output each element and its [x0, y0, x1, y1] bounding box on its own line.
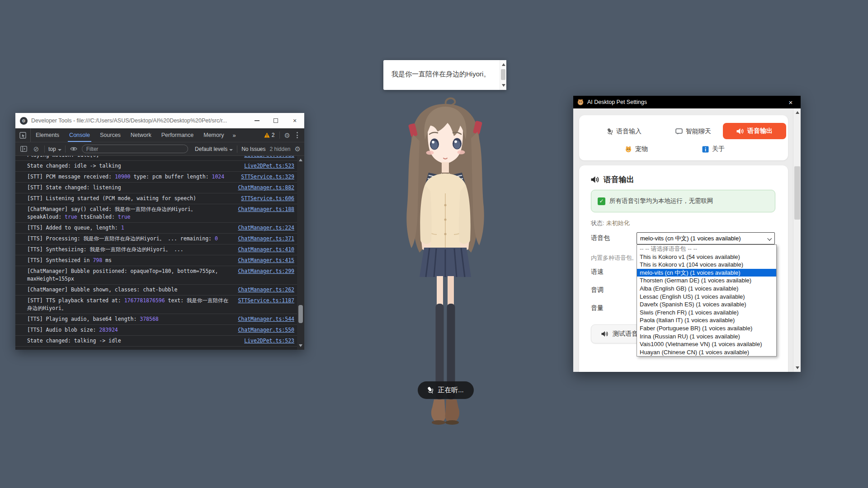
voice-pack-option[interactable]: Davefx (Spanish ES) (1 voices available)	[637, 300, 776, 309]
voice-pack-option[interactable]: Irina (Russian RU) (1 voices available)	[637, 333, 776, 341]
filter-input[interactable]	[82, 145, 188, 153]
more-tabs-icon[interactable]: »	[229, 128, 239, 142]
console-sidebar-toggle-icon[interactable]	[19, 146, 28, 152]
error-warning-badge[interactable]: 2	[264, 132, 275, 138]
source-location-link[interactable]: Live2DPet.ts:988	[244, 156, 294, 159]
scroll-up-icon[interactable]	[299, 159, 302, 161]
devtools-icon: ⚙	[20, 117, 28, 125]
source-location-link[interactable]: STTService.ts:606	[241, 195, 294, 202]
console-log-row: [STT] TTS playback started at: 176778187…	[15, 296, 297, 314]
context-selector[interactable]: top	[48, 146, 61, 152]
tab-about[interactable]: 关于	[702, 145, 725, 153]
console-log-row: [TTS] Synthesizing: 我是你一直陪伴在身边的Hiyori。 .…	[15, 244, 297, 255]
scrollbar-thumb[interactable]	[298, 305, 303, 323]
chat-bubble-text: 我是你一直陪伴在身边的Hiyori。	[383, 60, 500, 90]
scrollbar-thumb[interactable]	[501, 69, 505, 80]
source-location-link[interactable]: Live2DPet.ts:523	[244, 337, 294, 345]
devtools-menu-icon[interactable]	[295, 132, 300, 138]
voice-pack-option[interactable]: Thorsten (German DE) (1 voices available…	[637, 277, 776, 285]
console-prompt[interactable]: >	[15, 347, 297, 350]
chat-bubble-scrollbar[interactable]	[500, 60, 506, 90]
inspect-element-icon[interactable]	[15, 128, 31, 142]
voice-pack-option[interactable]: Vais1000 (Vietnamese VN) (1 voices avail…	[637, 340, 776, 348]
local-engine-notice: ✓ 所有语音引擎均为本地运行，无需联网	[591, 190, 775, 212]
engine-status: 状态:未初始化	[591, 219, 630, 227]
voice-output-panel: 语音输出 ✓ 所有语音引擎均为本地运行，无需联网 状态:未初始化 语音包 内置多…	[579, 165, 788, 372]
speaker-icon	[736, 128, 744, 135]
devtools-tab-sources[interactable]: Sources	[95, 128, 126, 142]
source-location-link[interactable]: ChatManager.ts:410	[238, 246, 294, 253]
scrollbar-thumb[interactable]	[794, 166, 800, 220]
log-levels-selector[interactable]: Default levels	[195, 146, 233, 152]
scroll-down-icon[interactable]	[299, 344, 302, 347]
live2d-character[interactable]	[398, 96, 493, 427]
devtools-window: ⚙ Developer Tools - file:///C:/Users/ASU…	[15, 113, 304, 350]
devtools-title: Developer Tools - file:///C:/Users/ASUS/…	[31, 117, 247, 124]
voice-pack-dropdown: -- -- 请选择语音包 -- --This is Kokoro v1 (54 …	[637, 244, 777, 357]
console-log-list: Playing motion: idle[0]Live2DPet.ts:988S…	[15, 156, 297, 350]
close-button[interactable]: ×	[285, 113, 304, 128]
devtools-tab-network[interactable]: Network	[126, 128, 156, 142]
issues-status[interactable]: No Issues	[241, 146, 265, 152]
voice-pack-option[interactable]: Huayan (Chinese CN) (1 voices available)	[637, 348, 776, 357]
console-scrollbar[interactable]	[297, 156, 304, 350]
pet-icon	[625, 145, 632, 153]
console-log-row: [TTS] Playing audio, base64 length: 3785…	[15, 314, 297, 325]
devtools-tab-performance[interactable]: Performance	[156, 128, 199, 142]
tab-label: 智能聊天	[686, 127, 711, 136]
voice-pack-option[interactable]: This is Kokoro v1 (54 voices available)	[637, 253, 776, 261]
source-location-link[interactable]: STTService.ts:329	[241, 173, 294, 181]
console-log-row: [TTS] Added to queue, length: 1ChatManag…	[15, 223, 297, 234]
source-location-link[interactable]: ChatManager.ts:299	[238, 267, 294, 283]
voice-pack-option[interactable]: Lessac (English US) (1 voices available)	[637, 293, 776, 301]
tab-pet[interactable]: 宠物	[625, 145, 648, 153]
tab-voice-output[interactable]: 语音输出	[723, 123, 786, 139]
voice-pack-option[interactable]: Siwis (French FR) (1 voices available)	[637, 309, 776, 317]
pitch-label: 音调	[591, 286, 604, 294]
clear-console-icon[interactable]: ⊘	[32, 145, 41, 153]
settings-title: AI Desktop Pet Settings	[587, 99, 781, 105]
console-log-row: [TTS] Audio blob size: 283924ChatManager…	[15, 325, 297, 336]
voice-pack-option[interactable]: Paola (Italian IT) (1 voices available)	[637, 316, 776, 324]
source-location-link[interactable]: STTService.ts:1187	[238, 297, 294, 312]
warning-triangle-icon	[264, 132, 270, 138]
voice-pack-option[interactable]: melo-vits (cn 中文) (1 voices available)	[637, 269, 776, 277]
maximize-button[interactable]	[266, 113, 285, 128]
chevron-down-icon	[767, 236, 772, 241]
scroll-down-icon[interactable]	[502, 84, 505, 87]
voice-pack-option[interactable]: Faber (Portuguese BR) (1 voices availabl…	[637, 324, 776, 333]
settings-close-button[interactable]: ×	[781, 96, 801, 108]
listening-status-label: 正在听...	[438, 386, 464, 394]
scroll-up-icon[interactable]	[502, 63, 505, 66]
voice-pack-option[interactable]: Alba (English GB) (1 voices available)	[637, 285, 776, 293]
devtools-settings-gear-icon[interactable]: ⚙	[284, 132, 290, 139]
eye-icon[interactable]	[69, 146, 78, 151]
voice-pack-option[interactable]: This is Kokoro v1 (104 voices available)	[637, 261, 776, 269]
source-location-link[interactable]: ChatManager.ts:224	[238, 224, 294, 232]
hidden-messages-count[interactable]: 2 hidden	[270, 146, 291, 152]
source-location-link[interactable]: ChatManager.ts:415	[238, 257, 294, 264]
devtools-tab-elements[interactable]: Elements	[31, 128, 64, 142]
source-location-link[interactable]: ChatManager.ts:262	[238, 286, 294, 294]
settings-titlebar[interactable]: AI Desktop Pet Settings ×	[573, 96, 801, 108]
devtools-titlebar[interactable]: ⚙ Developer Tools - file:///C:/Users/ASU…	[15, 113, 304, 128]
console-settings-gear-icon[interactable]: ⚙	[295, 145, 301, 152]
scroll-down-icon[interactable]	[796, 366, 799, 369]
tab-smart-chat[interactable]: 智能聊天	[675, 127, 711, 136]
voice-pack-option[interactable]: -- -- 请选择语音包 -- --	[637, 245, 776, 253]
tab-voice-input[interactable]: 语音输入	[607, 127, 642, 136]
source-location-link[interactable]: ChatManager.ts:882	[238, 184, 294, 192]
source-location-link[interactable]: ChatManager.ts:544	[238, 315, 294, 323]
scroll-up-icon[interactable]	[796, 111, 799, 114]
source-location-link[interactable]: ChatManager.ts:550	[238, 326, 294, 334]
source-location-link[interactable]: ChatManager.ts:371	[238, 235, 294, 243]
source-location-link[interactable]: Live2DPet.ts:523	[244, 162, 294, 170]
settings-scrollbar[interactable]	[793, 108, 801, 372]
devtools-tab-memory[interactable]: Memory	[198, 128, 229, 142]
minimize-button[interactable]	[247, 113, 266, 128]
tab-label: 语音输出	[747, 127, 773, 135]
source-location-link[interactable]: ChatManager.ts:188	[238, 206, 294, 221]
voice-pack-select[interactable]: melo-vits (cn 中文) (1 voices available)	[637, 232, 775, 244]
desktop-background: ⚙ Developer Tools - file:///C:/Users/ASU…	[0, 0, 868, 488]
devtools-tab-console[interactable]: Console	[64, 128, 95, 142]
